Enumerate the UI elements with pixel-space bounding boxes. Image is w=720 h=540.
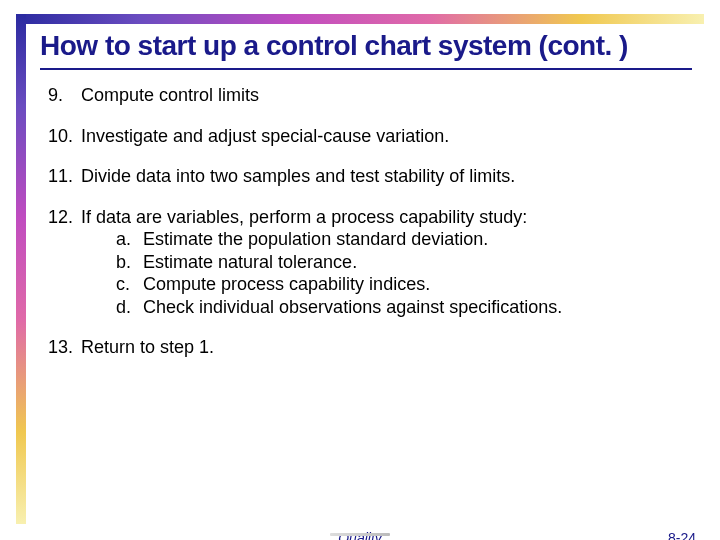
item-number: 9. (48, 84, 76, 107)
sub-item: b. Estimate natural tolerance. (116, 251, 700, 274)
sub-text: Estimate the population standard deviati… (143, 229, 488, 249)
list-item: 12. If data are variables, perform a pro… (48, 206, 700, 319)
sub-text: Check individual observations against sp… (143, 297, 562, 317)
top-gradient-bar (16, 14, 704, 24)
item-number: 12. (48, 206, 76, 229)
item-text: Divide data into two samples and test st… (81, 166, 515, 186)
sub-letter: a. (116, 228, 138, 251)
sub-text: Compute process capability indices. (143, 274, 430, 294)
footer-page-number: 8-24 (668, 530, 696, 540)
sub-letter: b. (116, 251, 138, 274)
list-item: 10. Investigate and adjust special-cause… (48, 125, 700, 148)
sub-item: a. Estimate the population standard devi… (116, 228, 700, 251)
item-number: 13. (48, 336, 76, 359)
sub-letter: d. (116, 296, 138, 319)
item-text: Return to step 1. (81, 337, 214, 357)
list-item: 11. Divide data into two samples and tes… (48, 165, 700, 188)
item-text: If data are variables, perform a process… (81, 207, 527, 227)
sub-letter: c. (116, 273, 138, 296)
title-underline (40, 68, 692, 70)
footer-bar (330, 533, 390, 536)
item-text: Investigate and adjust special-cause var… (81, 126, 449, 146)
sub-item: c. Compute process capability indices. (116, 273, 700, 296)
item-text: Compute control limits (81, 85, 259, 105)
item-number: 11. (48, 165, 76, 188)
list-item: 13. Return to step 1. (48, 336, 700, 359)
content-area: How to start up a control chart system (… (40, 30, 700, 359)
sublist: a. Estimate the population standard devi… (48, 228, 700, 318)
sub-item: d. Check individual observations against… (116, 296, 700, 319)
sub-text: Estimate natural tolerance. (143, 252, 357, 272)
slide: How to start up a control chart system (… (0, 0, 720, 540)
left-gradient-bar (16, 14, 26, 524)
item-number: 10. (48, 125, 76, 148)
slide-title: How to start up a control chart system (… (40, 30, 700, 62)
list-item: 9. Compute control limits (48, 84, 700, 107)
body-list: 9. Compute control limits 10. Investigat… (40, 84, 700, 359)
